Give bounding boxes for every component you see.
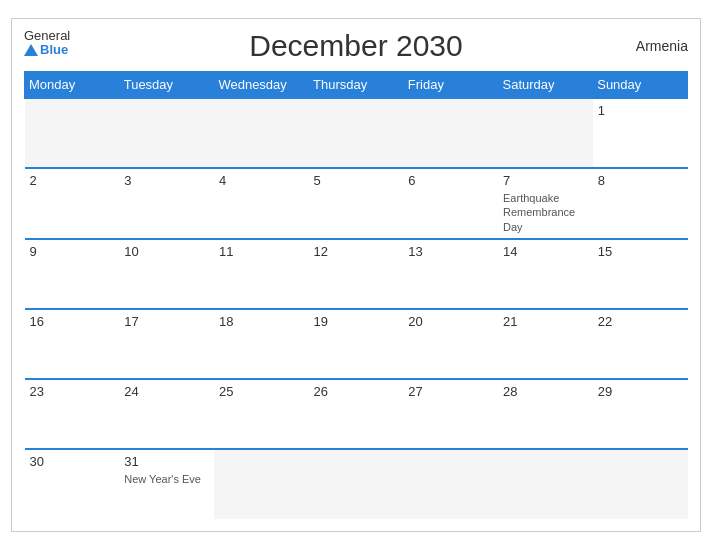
calendar-cell: 7Earthquake Remembrance Day	[498, 168, 593, 239]
header-thursday: Thursday	[309, 72, 404, 99]
day-number: 20	[408, 314, 493, 329]
calendar-cell: 12	[309, 239, 404, 309]
calendar-cell: 13	[403, 239, 498, 309]
event-text: New Year's Eve	[124, 472, 209, 486]
calendar-cell: 1	[593, 98, 688, 168]
day-number: 30	[30, 454, 115, 469]
day-number: 6	[408, 173, 493, 188]
logo-general-text: General	[24, 29, 70, 43]
calendar-cell: 10	[119, 239, 214, 309]
day-number: 22	[598, 314, 683, 329]
calendar-row-1: 1	[25, 98, 688, 168]
calendar-cell	[25, 98, 120, 168]
day-number: 12	[314, 244, 399, 259]
header-tuesday: Tuesday	[119, 72, 214, 99]
calendar-cell: 30	[25, 449, 120, 519]
day-number: 5	[314, 173, 399, 188]
calendar-cell	[214, 449, 309, 519]
calendar-cell: 16	[25, 309, 120, 379]
day-number: 26	[314, 384, 399, 399]
header-wednesday: Wednesday	[214, 72, 309, 99]
calendar-cell	[309, 98, 404, 168]
day-number: 17	[124, 314, 209, 329]
logo-triangle-icon	[24, 44, 38, 56]
day-number: 31	[124, 454, 209, 469]
header-sunday: Sunday	[593, 72, 688, 99]
header-saturday: Saturday	[498, 72, 593, 99]
calendar-cell	[498, 449, 593, 519]
day-number: 21	[503, 314, 588, 329]
day-number: 19	[314, 314, 399, 329]
calendar-cell: 3	[119, 168, 214, 239]
day-number: 2	[30, 173, 115, 188]
calendar-cell: 28	[498, 379, 593, 449]
day-number: 27	[408, 384, 493, 399]
day-number: 16	[30, 314, 115, 329]
calendar-row-6: 3031New Year's Eve	[25, 449, 688, 519]
calendar-cell: 14	[498, 239, 593, 309]
calendar-cell: 25	[214, 379, 309, 449]
day-number: 15	[598, 244, 683, 259]
calendar-cell	[593, 449, 688, 519]
day-number: 13	[408, 244, 493, 259]
day-number: 9	[30, 244, 115, 259]
day-number: 10	[124, 244, 209, 259]
day-number: 4	[219, 173, 304, 188]
logo: General Blue	[24, 29, 70, 58]
calendar-cell: 22	[593, 309, 688, 379]
calendar-row-2: 234567Earthquake Remembrance Day8	[25, 168, 688, 239]
calendar-cell	[119, 98, 214, 168]
day-number: 28	[503, 384, 588, 399]
country-label: Armenia	[636, 38, 688, 54]
calendar-cell: 26	[309, 379, 404, 449]
calendar-row-4: 16171819202122	[25, 309, 688, 379]
calendar-cell: 24	[119, 379, 214, 449]
calendar-cell: 4	[214, 168, 309, 239]
calendar-cell: 27	[403, 379, 498, 449]
day-number: 8	[598, 173, 683, 188]
logo-blue-text: Blue	[24, 43, 70, 57]
calendar-cell	[403, 449, 498, 519]
day-number: 25	[219, 384, 304, 399]
calendar-cell: 21	[498, 309, 593, 379]
calendar-cell	[214, 98, 309, 168]
calendar-header: General Blue December 2030 Armenia	[24, 29, 688, 63]
calendar-cell: 9	[25, 239, 120, 309]
calendar-cell: 15	[593, 239, 688, 309]
header-monday: Monday	[25, 72, 120, 99]
calendar-cell	[309, 449, 404, 519]
calendar-cell: 18	[214, 309, 309, 379]
calendar-table: Monday Tuesday Wednesday Thursday Friday…	[24, 71, 688, 519]
calendar-cell: 31New Year's Eve	[119, 449, 214, 519]
day-number: 18	[219, 314, 304, 329]
day-number: 29	[598, 384, 683, 399]
day-number: 23	[30, 384, 115, 399]
calendar-row-5: 23242526272829	[25, 379, 688, 449]
calendar-cell: 5	[309, 168, 404, 239]
day-number: 7	[503, 173, 588, 188]
day-number: 1	[598, 103, 683, 118]
header-friday: Friday	[403, 72, 498, 99]
event-text: Earthquake Remembrance Day	[503, 191, 588, 234]
calendar-cell: 11	[214, 239, 309, 309]
month-title: December 2030	[249, 29, 462, 63]
calendar-cell	[498, 98, 593, 168]
calendar-cell: 20	[403, 309, 498, 379]
calendar-cell: 19	[309, 309, 404, 379]
calendar-cell: 29	[593, 379, 688, 449]
calendar-cell	[403, 98, 498, 168]
day-number: 11	[219, 244, 304, 259]
calendar-row-3: 9101112131415	[25, 239, 688, 309]
calendar-cell: 17	[119, 309, 214, 379]
day-number: 24	[124, 384, 209, 399]
day-number: 14	[503, 244, 588, 259]
calendar-cell: 2	[25, 168, 120, 239]
calendar-cell: 8	[593, 168, 688, 239]
day-number: 3	[124, 173, 209, 188]
weekday-header-row: Monday Tuesday Wednesday Thursday Friday…	[25, 72, 688, 99]
calendar-container: General Blue December 2030 Armenia Monda…	[11, 18, 701, 532]
calendar-cell: 23	[25, 379, 120, 449]
calendar-cell: 6	[403, 168, 498, 239]
